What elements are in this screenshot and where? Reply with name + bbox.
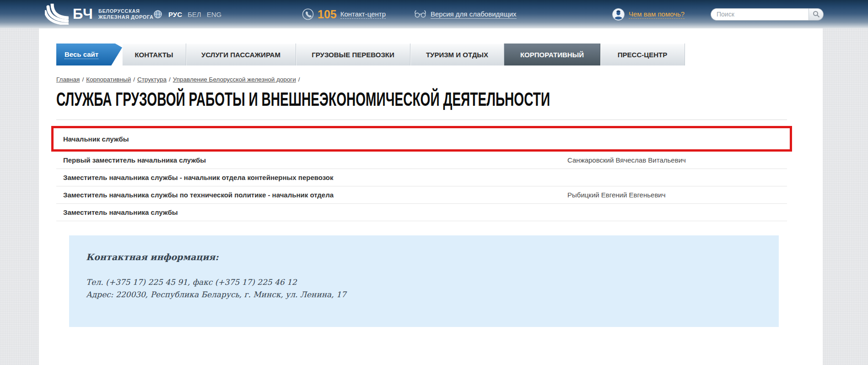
position-cell: Заместитель начальника службы - начальни… [56, 174, 567, 181]
logo-name: БЕЛОРУССКАЯ ЖЕЛЕЗНАЯ ДОРОГА [98, 8, 154, 20]
accessibility-version: Версия для слабовидящих [414, 0, 517, 28]
tab-corporate[interactable]: КОРПОРАТИВНЫЙ [504, 44, 600, 65]
search-button[interactable] [809, 8, 824, 21]
breadcrumb-separator: / [133, 76, 135, 83]
lang-bel[interactable]: БЕЛ [188, 11, 201, 18]
bch-wing-icon [45, 4, 69, 25]
breadcrumb-administration[interactable]: Управление Белорусской железной дороги [173, 76, 296, 83]
tab-passenger-services[interactable]: УСЛУГИ ПАССАЖИРАМ [186, 44, 296, 65]
contact-center-link[interactable]: Контакт-центр [340, 10, 386, 19]
table-row[interactable]: Первый заместитель начальника службы Сан… [56, 152, 787, 169]
position-cell: Заместитель начальника службы [56, 208, 567, 216]
contact-center-number: 105 [318, 8, 337, 21]
breadcrumb-corporate[interactable]: Корпоративный [86, 76, 131, 83]
table-row[interactable]: Заместитель начальника службы [56, 204, 787, 221]
tab-press-center[interactable]: ПРЕСС-ЦЕНТР [600, 44, 685, 65]
site-header: БЧ БЕЛОРУССКАЯ ЖЕЛЕЗНАЯ ДОРОГА РУС БЕЛ E… [0, 0, 868, 28]
management-table: Начальник службы Первый заместитель нача… [56, 126, 787, 221]
position-cell: Первый заместитель начальника службы [56, 156, 567, 164]
logo-abbr: БЧ [73, 6, 93, 22]
help-link[interactable]: Чем вам помочь? [629, 10, 685, 19]
highlight-box: Начальник службы [51, 126, 792, 152]
breadcrumb-separator: / [82, 76, 84, 83]
assistant-avatar-icon [612, 8, 625, 21]
table-row[interactable]: Заместитель начальника службы - начальни… [56, 169, 787, 186]
lang-rus[interactable]: РУС [168, 11, 182, 18]
globe-icon [154, 10, 162, 18]
contact-center: 105 Контакт-центр [302, 0, 386, 28]
tab-tourism[interactable]: ТУРИЗМ И ОТДЫХ [410, 44, 504, 65]
content-card: Весь сайт КОНТАКТЫ УСЛУГИ ПАССАЖИРАМ ГРУ… [39, 28, 823, 365]
search-input[interactable] [711, 8, 809, 21]
glasses-icon [414, 10, 427, 18]
breadcrumb-structure[interactable]: Структура [137, 76, 167, 83]
logo[interactable]: БЧ БЕЛОРУССКАЯ ЖЕЛЕЗНАЯ ДОРОГА [45, 0, 154, 28]
lang-eng[interactable]: ENG [207, 11, 222, 18]
breadcrumb: Главная/Корпоративный/Структура/Управлен… [56, 76, 823, 83]
search-icon [813, 11, 820, 18]
phone-icon [302, 8, 314, 20]
table-row[interactable]: Заместитель начальника службы по техниче… [56, 186, 787, 204]
table-row[interactable]: Начальник службы [56, 128, 787, 149]
breadcrumb-separator: / [298, 76, 300, 83]
language-switcher: РУС БЕЛ ENG [154, 0, 221, 28]
tab-whole-site[interactable]: Весь сайт [56, 44, 107, 65]
position-cell: Заместитель начальника службы по техниче… [56, 191, 567, 199]
contact-info-box: Контактная информация: Тел. (+375 17) 22… [69, 235, 779, 327]
contact-address-line: Адрес: 220030, Республика Беларусь, г. М… [86, 289, 760, 301]
tab-freight[interactable]: ГРУЗОВЫЕ ПЕРЕВОЗКИ [296, 44, 410, 65]
accessibility-link[interactable]: Версия для слабовидящих [431, 10, 517, 19]
contact-info-title: Контактная информация: [86, 252, 760, 262]
position-cell: Начальник службы [56, 135, 567, 143]
site-search [711, 0, 824, 28]
help-widget: Чем вам помочь? [612, 0, 685, 28]
title-divider [56, 120, 787, 120]
name-cell: Санжаровский Вячеслав Витальевич [567, 156, 787, 164]
tab-contacts[interactable]: КОНТАКТЫ [122, 44, 186, 65]
breadcrumb-home[interactable]: Главная [56, 76, 80, 83]
main-nav: Весь сайт КОНТАКТЫ УСЛУГИ ПАССАЖИРАМ ГРУ… [56, 44, 823, 65]
contact-phone-line: Тел. (+375 17) 225 45 91, факс (+375 17)… [86, 276, 760, 289]
page-title: СЛУЖБА ГРУЗОВОЙ РАБОТЫ И ВНЕШНЕЭКОНОМИЧЕ… [56, 89, 823, 109]
name-cell: Рыбицкий Евгений Евгеньевич [567, 191, 787, 199]
breadcrumb-separator: / [169, 76, 171, 83]
